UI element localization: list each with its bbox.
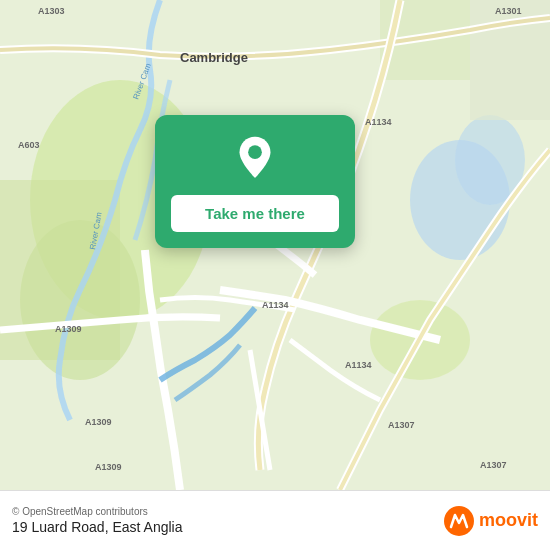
moovit-icon	[443, 505, 475, 537]
osm-attribution: © OpenStreetMap contributors	[12, 506, 182, 517]
map-container: Cambridge A1303 A603 A1309 A1309 A1309 A…	[0, 0, 550, 490]
location-pin-icon	[231, 135, 279, 183]
moovit-label: moovit	[479, 510, 538, 531]
svg-text:A1309: A1309	[55, 324, 82, 334]
address-label: 19 Luard Road, East Anglia	[12, 519, 182, 535]
footer: © OpenStreetMap contributors 19 Luard Ro…	[0, 490, 550, 550]
svg-text:A1307: A1307	[388, 420, 415, 430]
svg-text:A1134: A1134	[365, 117, 392, 127]
svg-text:A1134: A1134	[262, 300, 289, 310]
svg-text:A603: A603	[18, 140, 40, 150]
svg-text:A1309: A1309	[85, 417, 112, 427]
svg-text:A1307: A1307	[480, 460, 507, 470]
svg-text:Cambridge: Cambridge	[180, 50, 248, 65]
footer-left: © OpenStreetMap contributors 19 Luard Ro…	[12, 506, 182, 535]
svg-point-25	[248, 145, 262, 159]
svg-text:A1301: A1301	[495, 6, 522, 16]
moovit-logo: moovit	[443, 505, 538, 537]
svg-text:A1309: A1309	[95, 462, 122, 472]
svg-text:A1303: A1303	[38, 6, 65, 16]
svg-text:A1134: A1134	[345, 360, 372, 370]
popup-card: Take me there	[155, 115, 355, 248]
take-me-there-button[interactable]: Take me there	[171, 195, 339, 232]
